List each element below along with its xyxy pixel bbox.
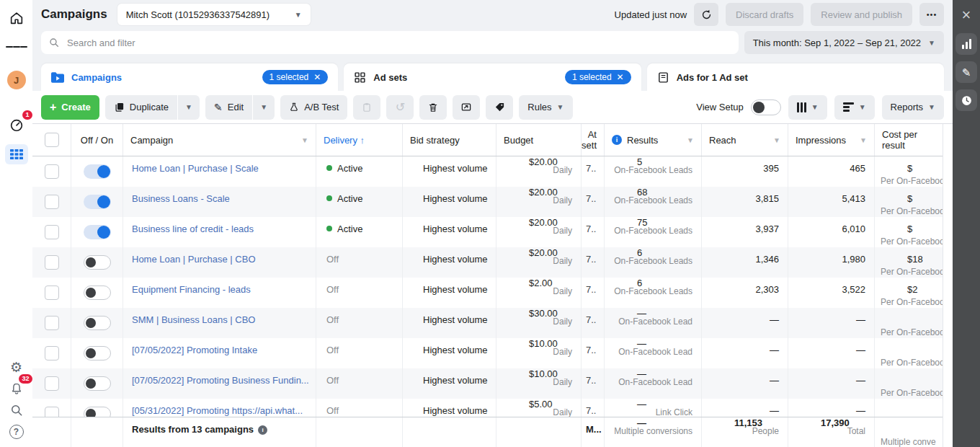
columns-icon	[797, 102, 806, 112]
campaign-toggle[interactable]	[84, 225, 111, 239]
top-bar: Campaigns Mitch Scott (10152936337542891…	[32, 0, 953, 29]
ad-sets-selected-pill[interactable]: 1 selected✕	[565, 70, 631, 84]
row-checkbox[interactable]	[45, 225, 59, 239]
home-icon[interactable]	[6, 7, 27, 29]
campaign-link[interactable]: [05/31/2022] Promoting https://api.what.…	[132, 405, 303, 416]
attribution-cell: 7..	[582, 187, 605, 217]
duplicate-dropdown-button[interactable]: ▼	[178, 95, 200, 120]
campaign-link[interactable]: Equipment Financing - leads	[132, 284, 251, 295]
footer-reach: 11,153People	[702, 417, 788, 447]
clear-selection-icon[interactable]: ✕	[313, 73, 321, 81]
row-checkbox[interactable]	[45, 346, 59, 360]
campaigns-nav-icon[interactable]	[5, 144, 28, 164]
view-setup-toggle[interactable]	[751, 99, 781, 115]
avatar[interactable]: J	[7, 71, 26, 89]
attribution-cell: 7..	[582, 368, 605, 399]
row-checkbox-cell	[32, 247, 71, 278]
header-delivery[interactable]: Delivery ↑	[316, 124, 403, 156]
campaign-link[interactable]: Business Loans - Scale	[132, 193, 230, 204]
campaign-link[interactable]: SMM | Business Loans | CBO	[132, 314, 255, 325]
delete-button[interactable]	[419, 95, 447, 120]
reach-cell: 1,346	[702, 247, 788, 278]
delivery-cell: Off	[316, 278, 403, 308]
campaign-toggle[interactable]	[84, 164, 111, 179]
table-row: Business Loans - Scale Active Highest vo…	[32, 187, 943, 217]
campaign-toggle[interactable]	[84, 195, 111, 209]
close-icon[interactable]: ×	[962, 7, 971, 23]
history-panel-button[interactable]	[956, 89, 977, 111]
review-publish-button[interactable]: Review and publish	[811, 3, 912, 26]
select-all-checkbox[interactable]	[45, 133, 59, 147]
table-row: [05/31/2022] Promoting https://api.what.…	[32, 399, 943, 417]
campaign-toggle[interactable]	[84, 316, 111, 330]
breakdown-button[interactable]: ▼	[834, 95, 875, 120]
search-nav-icon[interactable]	[6, 399, 27, 421]
undo-button[interactable]: ↺	[386, 95, 414, 120]
campaign-link[interactable]: Home Loan | Purchase | CBO	[132, 254, 256, 265]
header-bid-strategy[interactable]: Bid strategy	[403, 124, 496, 156]
header-results[interactable]: iResults▼	[605, 124, 702, 156]
tags-button[interactable]	[486, 95, 513, 120]
reach-cell: —	[702, 338, 788, 368]
reports-button[interactable]: Reports▼	[882, 95, 944, 120]
discard-drafts-button[interactable]: Discard drafts	[726, 3, 803, 26]
edit-dropdown-button[interactable]: ▼	[253, 95, 275, 120]
header-cost-per-result[interactable]: Cost per result	[875, 124, 943, 156]
menu-icon[interactable]	[6, 36, 27, 58]
edit-button[interactable]: ✎ Edit	[205, 95, 252, 120]
campaigns-selected-pill[interactable]: 1 selected✕	[262, 70, 329, 84]
account-overview-icon[interactable]: 1	[6, 114, 27, 136]
attribution-cell: 7..	[582, 156, 605, 187]
row-checkbox[interactable]	[45, 195, 59, 209]
active-status-dot	[326, 195, 332, 201]
header-reach[interactable]: Reach▼	[702, 124, 788, 156]
columns-button[interactable]: ▼	[788, 95, 827, 120]
row-checkbox[interactable]	[45, 407, 59, 417]
charts-panel-button[interactable]	[956, 33, 977, 55]
campaign-link[interactable]: [07/05/2022] Promoting Intake	[132, 345, 257, 355]
campaign-toggle[interactable]	[84, 286, 111, 300]
tab-campaigns[interactable]: Campaigns 1 selected✕	[41, 63, 338, 91]
row-checkbox[interactable]	[45, 376, 59, 391]
campaign-link[interactable]: Business line of credit - leads	[132, 224, 254, 234]
bid-strategy-cell: Highest volume	[403, 368, 496, 399]
campaign-toggle[interactable]	[84, 255, 111, 270]
duplicate-button[interactable]: Duplicate	[105, 95, 177, 120]
header-campaign[interactable]: Campaign▼	[123, 124, 316, 156]
create-button[interactable]: + Create	[41, 95, 99, 120]
edit-panel-button[interactable]: ✎	[956, 61, 977, 83]
header-impressions[interactable]: Impressions▼	[788, 124, 875, 156]
account-selector[interactable]: Mitch Scott (10152936337542891) ▼	[117, 4, 311, 25]
attribution-cell: 7..	[582, 338, 605, 368]
header-attribution[interactable]: At sett	[582, 124, 605, 156]
refresh-button[interactable]	[694, 3, 718, 26]
row-checkbox-cell	[32, 187, 71, 217]
results-cell: —On-Facebook Lead	[605, 308, 702, 338]
campaign-link[interactable]: Home Loan | Purchase | Scale	[132, 163, 259, 174]
date-range-selector[interactable]: This month: Sep 1, 2022 – Sep 21, 2022 ▼	[744, 31, 944, 54]
export-chart-button[interactable]	[453, 95, 480, 120]
row-checkbox[interactable]	[45, 316, 59, 330]
row-checkbox[interactable]	[45, 164, 59, 179]
header-budget[interactable]: Budget	[496, 124, 582, 156]
header-select-all[interactable]	[32, 124, 71, 156]
campaign-toggle[interactable]	[84, 407, 111, 417]
ab-test-button[interactable]: A/B Test	[280, 95, 347, 120]
search-filter-box[interactable]	[41, 31, 739, 54]
campaign-toggle[interactable]	[84, 376, 111, 391]
tab-ad-sets[interactable]: Ad sets 1 selected✕	[344, 63, 641, 91]
rules-button[interactable]: Rules▼	[519, 95, 572, 120]
campaign-link[interactable]: [07/05/2022] Promoting Business Fundin..…	[132, 375, 309, 386]
paste-button[interactable]	[353, 95, 380, 120]
row-checkbox[interactable]	[45, 255, 59, 270]
tab-ads[interactable]: Ads for 1 Ad set ✕	[647, 63, 944, 91]
bid-strategy-cell: Highest volume	[403, 217, 496, 247]
cost-per-result-cell: $18Per On-Facebook L	[875, 247, 943, 278]
clear-selection-icon[interactable]: ✕	[617, 73, 624, 81]
row-checkbox[interactable]	[45, 286, 59, 300]
campaign-toggle[interactable]	[84, 346, 111, 360]
notifications-bell-icon[interactable]: 32	[6, 378, 27, 399]
search-input[interactable]	[66, 37, 731, 49]
more-options-button[interactable]: •••	[919, 3, 944, 26]
help-icon[interactable]: ?	[6, 421, 27, 443]
